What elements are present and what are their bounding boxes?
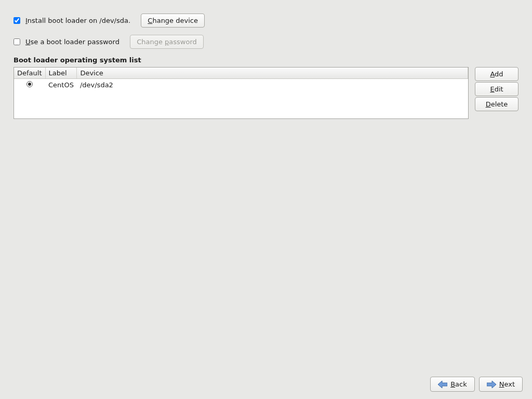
radio-icon[interactable] [26, 81, 33, 87]
os-list-heading: Boot loader operating system list [14, 56, 518, 64]
footer-buttons: Back Next [430, 377, 523, 392]
change-password-button: Change password [130, 35, 204, 49]
install-bootloader-label-text: nstall boot loader on /dev/sda. [28, 17, 130, 24]
install-bootloader-checkbox[interactable] [14, 17, 20, 24]
use-password-label[interactable]: Use a boot loader password [25, 38, 119, 46]
back-button[interactable]: Back [430, 377, 475, 392]
use-password-row: Use a boot loader password Change passwo… [14, 35, 518, 49]
use-password-label-text: se a boot loader password [31, 38, 119, 46]
next-button-text: ext [504, 380, 515, 388]
delete-button[interactable]: Delete [475, 97, 518, 111]
col-header-default[interactable]: Default [14, 68, 45, 79]
mnemonic-a: A [490, 70, 495, 78]
change-device-button[interactable]: Change device [141, 14, 205, 28]
mnemonic-e: E [490, 85, 494, 93]
col-header-device[interactable]: Device [77, 68, 468, 79]
table-row[interactable]: CentOS /dev/sda2 [14, 79, 468, 91]
mnemonic-b: B [450, 380, 455, 388]
device-cell: /dev/sda2 [77, 79, 468, 91]
install-bootloader-label[interactable]: Install boot loader on /dev/sda. [25, 17, 130, 24]
os-table: Default Label Device CentOS /dev/sda2 [14, 68, 468, 91]
delete-button-text: elete [491, 100, 508, 108]
change-password-prefix: Change [137, 38, 165, 46]
os-list-wrap: Default Label Device CentOS /dev/sda2 [14, 67, 518, 119]
mnemonic-u: U [25, 38, 31, 46]
os-table-container[interactable]: Default Label Device CentOS /dev/sda2 [14, 67, 469, 119]
side-buttons: Add Edit Delete [475, 67, 518, 119]
label-cell: CentOS [45, 79, 77, 91]
default-cell[interactable] [14, 79, 45, 91]
back-button-text: ack [455, 380, 467, 388]
edit-button-text: dit [495, 85, 503, 93]
mnemonic-d: D [486, 100, 491, 108]
mnemonic-n: N [499, 380, 504, 388]
next-button[interactable]: Next [479, 377, 523, 392]
svg-marker-0 [438, 381, 447, 388]
arrow-left-icon [438, 381, 447, 388]
use-password-checkbox[interactable] [14, 38, 20, 45]
arrow-right-icon [487, 381, 496, 388]
col-header-label[interactable]: Label [45, 68, 77, 79]
install-bootloader-row: Install boot loader on /dev/sda. Change … [14, 14, 518, 28]
add-button-text: dd [495, 70, 503, 78]
add-button[interactable]: Add [475, 67, 518, 81]
change-device-button-text: hange device [152, 17, 198, 24]
change-password-rest: assword [169, 38, 196, 46]
svg-marker-1 [487, 381, 496, 388]
edit-button[interactable]: Edit [475, 82, 518, 96]
